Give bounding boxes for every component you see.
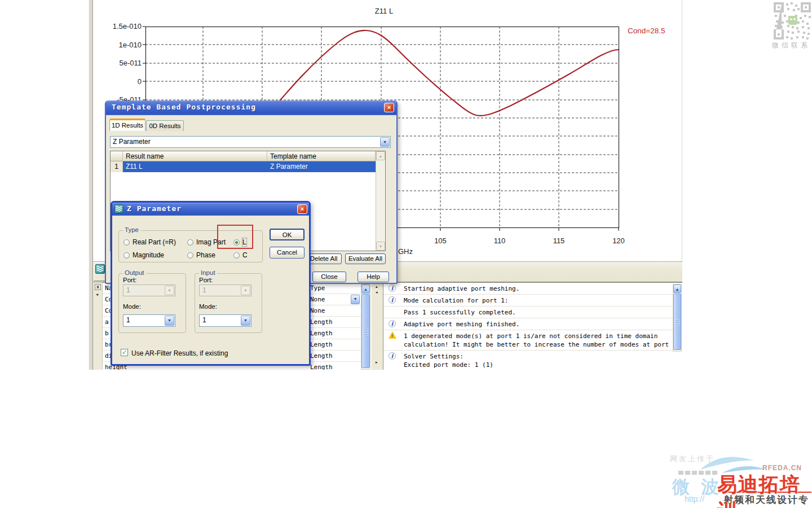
scroll-up-icon[interactable]: ▲ xyxy=(376,151,385,160)
combobox-value: Z Parameter xyxy=(113,138,151,146)
radio-c[interactable]: C xyxy=(233,251,248,259)
dialog-title: Template Based Postprocessing xyxy=(112,103,256,112)
scroll-up-icon[interactable]: ▴ xyxy=(376,284,378,289)
output-mode-combobox[interactable]: 1 ▼ xyxy=(123,314,175,327)
help-button[interactable]: Help xyxy=(358,271,389,282)
ok-button[interactable]: OK xyxy=(270,229,304,240)
watermark-site: RFEDA.CN xyxy=(762,464,802,472)
close-icon[interactable]: × xyxy=(297,204,307,214)
close-icon[interactable]: x xyxy=(95,284,101,290)
y-tick-label: 1.5e-010 xyxy=(96,22,142,30)
pane-splitter[interactable]: ▴ ◂ ▸ xyxy=(371,282,383,370)
param-name: b xyxy=(105,330,109,337)
qr-code xyxy=(774,2,811,42)
info-icon: i xyxy=(389,284,396,292)
output-port-label: Port: xyxy=(123,277,136,283)
chevron-down-icon: ▼ xyxy=(241,286,250,295)
type-column-header: Type xyxy=(310,284,325,292)
log-text: Excited port mode: 1 (1) xyxy=(404,361,669,369)
info-icon: i xyxy=(389,320,396,327)
param-type: Length xyxy=(310,330,333,337)
x-tick-label: 115 xyxy=(548,237,570,245)
scrollbar-thumb[interactable] xyxy=(673,294,681,350)
log-text: Mode calculation for port 1: xyxy=(404,296,669,305)
output-port-combobox: 1 ▼ xyxy=(123,284,175,296)
param-type: Length xyxy=(310,341,333,348)
index-column-header xyxy=(111,151,123,161)
x-tick-label: 110 xyxy=(488,237,511,245)
x-tick-label: 120 xyxy=(607,237,630,245)
wave-icon xyxy=(95,264,105,274)
param-type: Length xyxy=(310,352,333,360)
log-text: Adaptive port meshing finished. xyxy=(404,320,669,329)
wave-icon xyxy=(114,204,123,213)
radio-phase[interactable]: Phase xyxy=(187,251,215,259)
radio-icon xyxy=(123,239,130,246)
input-mode-label: Mode: xyxy=(199,303,217,310)
scroll-up-icon[interactable]: ▲ xyxy=(361,284,370,294)
collapse-arrow-icon[interactable]: ◂ xyxy=(96,292,98,297)
scroll-down-icon[interactable]: ▼ xyxy=(376,242,385,251)
x-tick-label: 105 xyxy=(429,237,452,245)
scroll-left-icon[interactable]: ◂ xyxy=(376,290,378,295)
radio-icon xyxy=(187,239,193,246)
template-type-combobox[interactable]: Z Parameter ▼ xyxy=(110,136,391,148)
table-row-result[interactable]: Z11 L xyxy=(123,161,267,172)
log-row: i Solver Settings: Excited port mode: 1 … xyxy=(383,351,682,370)
chevron-down-icon[interactable]: ▼ xyxy=(351,295,360,304)
log-text: calculation! It might be better to incre… xyxy=(404,340,669,349)
radio-magnitude[interactable]: Magnitude xyxy=(123,251,164,259)
qr-caption: 微信联系 xyxy=(772,41,812,50)
dialog-titlebar[interactable]: Z Parameter × xyxy=(112,203,309,216)
scrollbar-thumb[interactable] xyxy=(361,294,370,368)
delete-all-button[interactable]: Delete All xyxy=(306,253,342,264)
log-row: i Adaptive port meshing finished. xyxy=(383,318,682,330)
warning-icon xyxy=(389,331,396,339)
log-text: Pass 1 successfully completed. xyxy=(404,308,669,317)
y-tick-label: 1e-010 xyxy=(96,41,142,49)
radio-real-part[interactable]: Real Part (=R) xyxy=(123,238,176,246)
tab-1d-results[interactable]: 1D Results xyxy=(109,119,145,131)
evaluate-all-button[interactable]: Evaluate All xyxy=(345,253,386,264)
ar-filter-label: Use AR-Filter Results, if existing xyxy=(131,349,228,357)
radio-icon xyxy=(233,252,240,259)
param-type: None xyxy=(310,296,325,303)
table-row-template[interactable]: Z Parameter xyxy=(267,161,376,172)
y-tick-label: 5e-011 xyxy=(96,59,142,67)
chevron-down-icon[interactable]: ▼ xyxy=(380,137,390,147)
z-parameter-dialog: Z Parameter × Type Real Part (=R) Magnit… xyxy=(111,201,311,366)
chart-title: Z11 L xyxy=(350,7,418,15)
x-axis-unit: GHz xyxy=(398,247,413,256)
chevron-down-icon[interactable]: ▼ xyxy=(241,316,250,326)
log-text: Starting adaptive port meshing. xyxy=(404,284,669,293)
tab-0d-results[interactable]: 0D Results xyxy=(146,120,184,131)
log-text: Excitation duration: 1.777274e-001 xyxy=(404,369,669,370)
y-tick-label: 0 xyxy=(96,77,142,86)
radio-icon xyxy=(187,252,193,259)
groupbox-label: Output xyxy=(123,269,146,276)
watermark-brand: 易迪拓培训 xyxy=(717,471,812,508)
template-name-header: Template name xyxy=(267,151,376,161)
scroll-right-icon[interactable]: ▸ xyxy=(376,360,378,365)
ar-filter-checkbox[interactable]: ✓ xyxy=(121,349,128,356)
input-mode-combobox[interactable]: 1 ▼ xyxy=(199,314,251,327)
log-text: 1 degenerated mode(s) at port 1 is/are n… xyxy=(404,332,669,340)
info-icon: i xyxy=(389,296,396,304)
chevron-down-icon[interactable]: ▼ xyxy=(165,316,174,326)
row-index: 1 xyxy=(111,161,123,172)
close-button[interactable]: Close xyxy=(312,271,346,282)
parameter-scrollbar[interactable]: ▲ xyxy=(361,284,370,370)
log-scrollbar[interactable]: ▲ xyxy=(673,284,682,352)
dialog-titlebar[interactable]: Template Based Postprocessing × xyxy=(106,100,396,115)
watermark-url: http:// xyxy=(685,494,704,503)
param-type: None xyxy=(310,307,325,314)
cancel-button[interactable]: Cancel xyxy=(270,247,304,259)
close-icon[interactable]: × xyxy=(384,103,394,112)
output-mode-label: Mode: xyxy=(123,303,141,310)
log-row: Pass 1 successfully completed. xyxy=(383,306,682,318)
log-row: i Starting adaptive port meshing. xyxy=(383,283,682,295)
table-scrollbar[interactable]: ▲ ▼ xyxy=(376,151,385,251)
scroll-up-icon[interactable]: ▲ xyxy=(673,284,681,293)
log-text: Solver Settings: xyxy=(404,352,669,361)
param-type: Length xyxy=(310,318,333,326)
